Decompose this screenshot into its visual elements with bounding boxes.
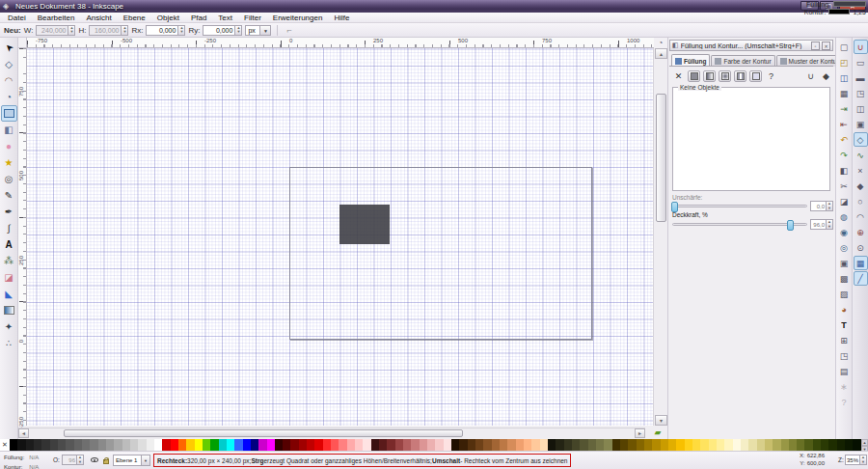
radial-gradient-button[interactable] [719,70,731,82]
no-color-swatch[interactable]: ✕ [0,439,10,451]
palette-swatch[interactable] [234,439,242,451]
palette-swatch[interactable] [339,439,346,451]
snap-object-centers-button[interactable]: ⊕ [854,225,868,239]
palette-swatch[interactable] [661,439,668,451]
palette-swatch[interactable] [210,439,218,451]
menu-filter[interactable]: Filter [238,13,267,22]
canvas[interactable] [27,48,653,426]
palette-swatch[interactable] [700,439,708,451]
tweak-tool[interactable]: ◠ [1,72,17,89]
palette-swatch[interactable] [435,439,443,451]
palette-swatch[interactable] [219,439,227,451]
palette-swatch[interactable] [331,439,339,451]
layer-visibility-toggle[interactable] [89,455,99,465]
palette-swatch[interactable] [138,439,146,451]
menu-bearbeiten[interactable]: Bearbeiten [32,13,81,22]
spin-down-icon[interactable]: ▼ [178,30,184,35]
palette-swatch[interactable] [451,439,459,451]
palette-swatch[interactable] [475,439,483,451]
palette-swatch[interactable] [516,439,524,451]
dropper-tool[interactable]: ✦ [1,318,17,335]
palette-swatch[interactable] [243,439,251,451]
palette-swatch[interactable] [572,439,580,451]
duplicate-button[interactable]: ▣ [837,256,852,270]
chevron-down-icon[interactable]: ▼ [142,455,150,466]
open-document-button[interactable]: ◰ [837,55,852,69]
horizontal-scrollbar-thumb[interactable] [64,429,463,437]
palette-swatch[interactable] [186,439,194,451]
swatch-button[interactable] [749,70,762,82]
spin-down-icon[interactable]: ▼ [860,460,866,465]
zoom-drawing-button[interactable]: ◉ [837,225,852,239]
layer-lock-toggle[interactable] [100,455,111,465]
palette-swatch[interactable] [283,439,290,451]
palette-swatch[interactable] [492,439,500,451]
palette-swatch[interactable] [154,439,162,451]
palette-swatch[interactable] [395,439,403,451]
snap-grid-button[interactable]: ▦ [854,256,868,270]
redo-button[interactable]: ↷ [837,148,852,162]
palette-swatch[interactable] [483,439,491,451]
selector-tool[interactable]: ➤ [1,40,17,56]
fill-rule-evenodd-button[interactable]: ∪ [804,70,817,82]
zoom-selection-button[interactable]: ◍ [837,209,852,224]
palette-swatch[interactable] [82,439,90,451]
palette-swatch[interactable] [531,439,539,451]
palette-swatch[interactable] [724,439,732,451]
linear-gradient-button[interactable] [703,70,716,82]
snap-bbox-button[interactable]: ▭ [854,55,868,69]
import-button[interactable]: ⇥ [837,101,852,116]
palette-swatch[interactable] [797,439,804,451]
export-button[interactable]: ⇤ [837,117,852,131]
palette-swatch[interactable] [717,439,724,451]
fill-rule-nonzero-button[interactable]: ◆ [820,70,832,82]
palette-swatch[interactable] [66,439,73,451]
palette-swatch[interactable] [267,439,275,451]
calligraphy-tool[interactable]: ∫ [1,220,17,236]
clone-button[interactable]: ▩ [837,271,852,286]
vertical-scrollbar-thumb[interactable] [656,94,666,222]
pattern-button[interactable] [734,70,746,82]
document-properties-button[interactable]: ◳ [837,348,852,363]
spin-down-icon[interactable]: ▼ [122,30,127,35]
palette-swatch[interactable] [195,439,203,451]
palette-scroll-arrows[interactable]: ▲▼ [861,439,868,451]
spin-down-icon[interactable]: ▼ [827,225,832,230]
blur-value[interactable]: 0,0 [810,201,827,211]
blur-spinbox[interactable]: 0,0 ▲▼ [810,201,833,211]
palette-swatch[interactable] [757,439,765,451]
palette-swatch[interactable] [596,439,604,451]
spray-tool[interactable]: ⁂ [1,253,17,269]
palette-swatch[interactable] [314,439,322,451]
pencil-tool[interactable]: ✎ [1,187,17,204]
ry-field[interactable]: 0,000▲▼ [203,25,242,36]
opacity-statusbar-spinbox[interactable]: 96 ▲▼ [62,455,84,465]
palette-swatch[interactable] [323,439,331,451]
layers-dialog-button[interactable]: ▤ [837,364,852,378]
paste-button[interactable]: ◪ [837,194,852,208]
zoom-value[interactable]: 35% [845,455,860,465]
opacity-spinbox[interactable]: 96,0 ▲▼ [810,219,833,230]
palette-swatch[interactable] [17,439,25,451]
color-management-icon[interactable]: ▰ [648,427,667,439]
palette-swatch[interactable] [813,439,821,451]
palette-swatch[interactable] [709,439,717,451]
palette-swatch[interactable] [379,439,387,451]
rx-field[interactable]: 0,000▲▼ [146,25,185,36]
zoom-tool[interactable]: ◔ [1,89,17,105]
palette-swatch[interactable] [347,439,355,451]
snap-bbox-midpoints-button[interactable]: ◫ [854,101,868,116]
print-button[interactable]: ▦ [837,86,852,100]
dialog-collapse-button[interactable]: ▫ [811,41,820,50]
paint-bucket-tool[interactable]: ◣ [1,286,17,302]
cut-button[interactable]: ✂ [837,179,852,193]
menu-pfad[interactable]: Pfad [185,13,212,22]
palette-swatch[interactable] [459,439,467,451]
palette-scroll-up-icon[interactable]: ▲ [861,439,868,446]
horizontal-ruler[interactable]: -750-500-25002505007501000 [27,38,654,48]
palette-swatch[interactable] [733,439,741,451]
unlink-clone-button[interactable]: ▨ [837,287,852,301]
palette-swatch[interactable] [114,439,122,451]
zoom-lock-icon[interactable]: ◔ [654,38,667,48]
palette-swatch[interactable] [130,439,138,451]
